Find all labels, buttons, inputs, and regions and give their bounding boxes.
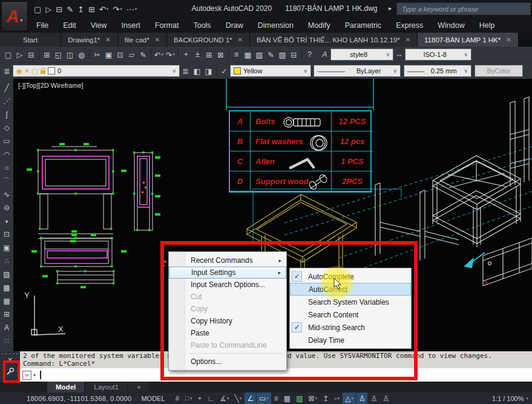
quick-access-icon[interactable]: ↥ — [77, 5, 84, 14]
toolbar-icon[interactable]: ≡ — [231, 48, 242, 61]
layer-tool-icon[interactable]: ≣ — [180, 65, 191, 78]
close-icon[interactable]: ✕ — [406, 36, 410, 43]
toolbar-icon[interactable]: ▷ — [14, 48, 25, 61]
toolbar-icon[interactable]: + — [180, 48, 192, 61]
close-icon[interactable]: ✕ — [105, 36, 110, 43]
toolbar-icon[interactable]: ⊡ — [114, 48, 126, 61]
status-toggle-icon[interactable]: ∠ — [245, 392, 256, 404]
status-toggle-icon[interactable]: ∷ ▾ — [182, 392, 194, 404]
menu-item[interactable]: Format — [148, 18, 186, 33]
quick-access-icon[interactable]: ↷ ▾ — [113, 5, 122, 14]
layout-tab[interactable]: Layout1 — [85, 382, 127, 392]
menu-item[interactable]: Window — [430, 18, 471, 33]
file-tab[interactable]: file cad* ✕ — [118, 33, 167, 47]
draw-tool-icon[interactable]: ∷ — [1, 334, 13, 348]
toolbar-icon[interactable]: ? — [304, 48, 315, 61]
color-dropdown[interactable]: Yellow ∨ — [230, 65, 311, 77]
linetype-dropdown[interactable]: ————— ByLayer ∨ — [314, 65, 401, 77]
context-menu-item[interactable]: Copy — [169, 303, 286, 315]
toolbar-icon[interactable]: ↶ ▾ — [153, 48, 165, 61]
submenu-item[interactable]: Search System Variables — [290, 296, 411, 308]
status-toggle-icon[interactable]: ▧ — [294, 392, 305, 404]
viewport-controls[interactable]: [-][Top][2D Wireframe] — [18, 82, 84, 89]
drag-handle[interactable]: • • • • • — [2, 352, 18, 356]
file-tab[interactable]: Drawing1* ✕ — [61, 33, 117, 47]
submenu-item[interactable]: Search Content — [290, 308, 411, 321]
file-tab[interactable]: BẢN VẼ BỐ TRÍ THIẾ... KHO LẠNH 10.12.19*… — [250, 33, 418, 47]
status-toggle-icon[interactable]: ∟ — [205, 392, 217, 404]
file-tab[interactable]: 11807-BÀN LAMP 1 HK* ✕ — [418, 33, 519, 47]
status-toggle-icon[interactable]: ▫ ▾ — [332, 392, 342, 404]
menu-item[interactable]: Help — [472, 18, 502, 33]
status-toggle-icon[interactable]: ╲ ▾ — [232, 392, 244, 404]
draw-tool-icon[interactable]: ◗ — [1, 214, 13, 228]
quick-access-icon[interactable]: ▷ — [45, 5, 51, 14]
toolbar-icon[interactable]: ▱ — [126, 48, 137, 61]
help-search-input[interactable] — [396, 2, 531, 15]
draw-tool-icon[interactable]: ▭ — [1, 134, 13, 148]
draw-tool-icon[interactable]: ∴ — [1, 254, 13, 268]
quick-access-icon[interactable]: ↶ ▾ — [99, 5, 108, 14]
menu-item[interactable]: Parametric — [338, 18, 389, 33]
close-icon[interactable]: ✕ — [238, 36, 243, 43]
draw-tool-icon[interactable]: ○ — [1, 161, 13, 174]
recent-commands-icon[interactable]: ▭ — [22, 371, 31, 380]
draw-tool-icon[interactable]: ▦ — [1, 294, 13, 308]
toolbar-icon[interactable]: ◱ — [53, 48, 64, 61]
annotation-scale-control[interactable]: 1:1 / 100% ▾ — [492, 395, 528, 402]
menu-item[interactable]: Dimension — [251, 18, 301, 33]
layer-tool-icon[interactable]: ◧ — [191, 65, 203, 78]
status-toggle-icon[interactable]: ≡ — [272, 392, 281, 404]
draw-tool-icon[interactable]: ⊡ — [1, 228, 13, 241]
draw-tool-icon[interactable]: ▩ — [1, 281, 13, 294]
toolbar-icon[interactable]: ▣ — [103, 48, 114, 61]
draw-tool-icon[interactable]: ⌒ — [1, 174, 13, 188]
toolbar-icon[interactable]: ◫ — [64, 48, 76, 61]
toolbar-icon[interactable]: ▢ — [2, 48, 14, 61]
status-toggle-icon[interactable]: ▩ — [281, 392, 293, 404]
submenu-item[interactable]: Delay Time — [290, 334, 411, 346]
context-menu-item[interactable]: Paste — [169, 327, 286, 339]
toolbar-icon[interactable]: ▧ — [254, 48, 265, 61]
menu-item[interactable]: File — [29, 18, 56, 33]
menu-item[interactable]: Modify — [301, 18, 338, 33]
status-toggle-icon[interactable]: △ ▾ — [343, 392, 356, 404]
chevron-down-icon[interactable]: ▾ — [33, 373, 36, 378]
draw-tool-icon[interactable]: ⋰ — [1, 94, 13, 108]
text-style-dropdown[interactable]: style8 ∨ — [330, 48, 393, 61]
menu-item[interactable]: Express — [389, 18, 430, 33]
status-toggle-icon[interactable]: ↥ — [320, 392, 331, 404]
status-toggle-icon[interactable]: ⊠ ▾ — [306, 392, 320, 404]
close-icon[interactable]: ✕ — [155, 36, 160, 43]
layer-tool-icon[interactable]: ◨ — [203, 65, 214, 78]
toolbar-icon[interactable]: ▦ — [242, 48, 254, 61]
status-toggle-icon[interactable]: # — [173, 392, 182, 404]
quick-access-icon[interactable]: ▢ — [34, 5, 41, 14]
context-menu-item[interactable]: Options... — [169, 356, 286, 368]
draw-tool-icon[interactable]: A — [1, 321, 13, 334]
quick-access-icon[interactable]: ⊞ — [88, 5, 95, 14]
toolbar-icon[interactable]: ⊟ — [288, 48, 300, 61]
toolbar-icon[interactable]: ⊞ — [203, 48, 215, 61]
context-menu-item[interactable]: Recent Commands ▸ — [169, 254, 286, 267]
status-toggle-icon[interactable]: ♙ — [368, 392, 379, 404]
toolbar-icon[interactable]: ⊠ — [215, 48, 226, 61]
menu-item[interactable]: Tools — [186, 18, 218, 33]
status-toggle-icon[interactable]: ♙ — [380, 392, 392, 404]
make-current-icon[interactable]: ✓ — [218, 65, 230, 78]
dim-style-dropdown[interactable]: ISO-1-8 ∨ — [405, 48, 471, 61]
lineweight-dropdown[interactable]: ——— 0.25 mm ∨ — [404, 65, 471, 77]
menu-item[interactable]: Draw — [218, 18, 251, 33]
layer-properties-icon[interactable]: ≣ — [1, 65, 13, 78]
quick-access-icon[interactable]: ✎ — [67, 5, 73, 14]
draw-tool-icon[interactable]: ⊖ — [1, 201, 13, 214]
toolbar-icon[interactable]: ▨ — [277, 48, 288, 61]
file-tab[interactable]: BACKGROUND 1* ✕ — [167, 33, 250, 47]
dim-style-icon[interactable]: ↔ — [393, 48, 405, 61]
layout-tab[interactable]: Model — [47, 382, 84, 392]
submenu-item[interactable]: ✓ Mid-string Search — [290, 321, 411, 334]
application-menu-button[interactable]: A ▾ — [1, 1, 28, 31]
menu-item[interactable]: View — [84, 18, 114, 33]
status-toggle-icon[interactable]: ▭ ▾ — [257, 392, 271, 404]
toolbar-icon[interactable]: ◍ — [76, 48, 87, 61]
